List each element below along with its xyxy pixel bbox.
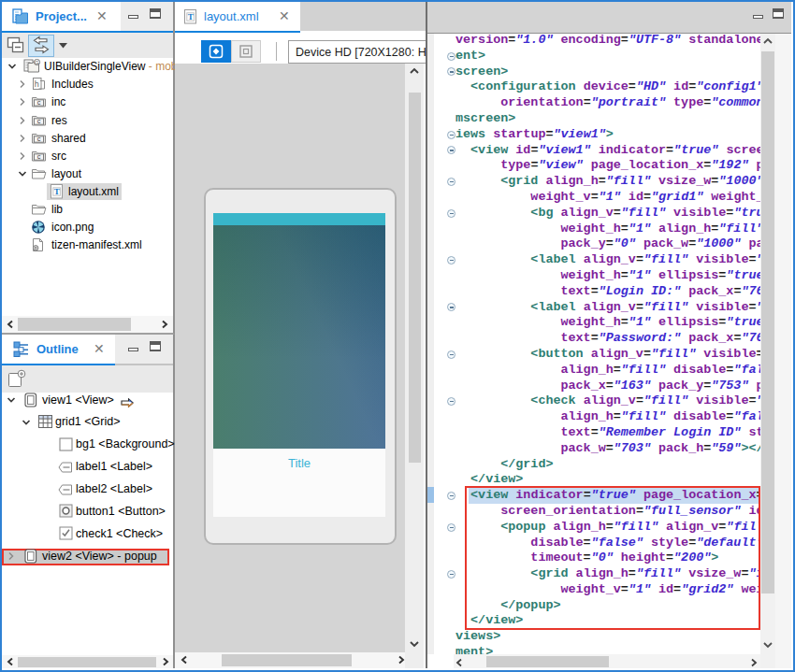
svg-text:c: c bbox=[37, 152, 41, 161]
svg-text:T: T bbox=[54, 187, 60, 196]
svg-text:c: c bbox=[37, 135, 41, 143]
svg-text:c: c bbox=[37, 98, 41, 107]
svg-text:h: h bbox=[35, 79, 39, 89]
svg-text:T: T bbox=[188, 12, 194, 21]
svg-text:c: c bbox=[37, 117, 41, 125]
svg-text:G: G bbox=[35, 59, 39, 65]
